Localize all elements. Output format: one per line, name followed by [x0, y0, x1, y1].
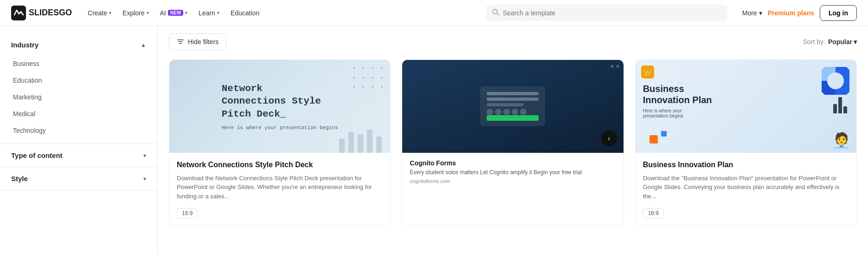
filter-section-style: Style ▾: [0, 167, 157, 190]
nav-create[interactable]: Create ▾: [83, 7, 116, 20]
card-network-title: Network Connections Style Pitch Deck: [177, 160, 383, 170]
nav-explore[interactable]: Explore ▾: [118, 7, 153, 20]
ad-thumbnail: ✕ ✕: [402, 60, 623, 153]
search-input[interactable]: [503, 9, 722, 17]
biz-thumb-sub: Here is where yourpresentation begins: [643, 108, 712, 118]
sort-bar: Sort by: Popular ▾: [803, 38, 857, 46]
nav-ai[interactable]: AI NEW ▾: [155, 7, 193, 20]
filter-item-marketing[interactable]: Marketing: [11, 90, 146, 105]
card-cognito-ad[interactable]: ✕ ✕: [402, 59, 624, 226]
svg-rect-22: [376, 137, 382, 153]
search-bar[interactable]: [486, 5, 727, 21]
svg-point-10: [353, 77, 355, 78]
svg-rect-3: [177, 39, 184, 40]
card-network-aspect: 16:9: [177, 208, 198, 218]
logo[interactable]: SLIDESGO: [11, 6, 72, 20]
filter-icon: [177, 38, 184, 46]
svg-rect-21: [367, 130, 373, 153]
svg-point-13: [381, 77, 383, 78]
cards-grid: NetworkConnections StylePitch Deck_ Here…: [169, 59, 857, 226]
biz-thumb-title: BusinessInnovation Plan: [643, 83, 712, 105]
biz-decoration-1: [649, 135, 658, 144]
premium-plans-button[interactable]: Premium plans: [768, 9, 814, 17]
filter-style-chevron: ▾: [143, 176, 146, 182]
svg-rect-4: [178, 41, 183, 42]
nav-ai-label: AI: [160, 9, 166, 17]
nav-learn[interactable]: Learn ▾: [194, 7, 224, 20]
sort-by-label: Sort by:: [803, 38, 825, 46]
svg-rect-5: [179, 43, 182, 44]
ad-url: cognitoforms.com: [410, 178, 616, 184]
card-network-thumbnail: NetworkConnections StylePitch Deck_ Here…: [169, 60, 390, 153]
ad-close-icon[interactable]: ✕ ✕: [610, 64, 620, 70]
filter-section-style-header[interactable]: Style ▾: [11, 173, 146, 184]
filter-style-title: Style: [11, 175, 28, 183]
biz-thumb-text-wrap: BusinessInnovation Plan Here is where yo…: [643, 83, 712, 118]
svg-point-15: [362, 86, 364, 88]
card-biz-title: Business Innovation Plan: [643, 160, 849, 170]
header: SLIDESGO Create ▾ Explore ▾ AI NEW ▾ Lea…: [0, 0, 868, 26]
ad-next-button[interactable]: ›: [601, 131, 617, 146]
svg-point-16: [372, 86, 373, 88]
filter-item-education[interactable]: Education: [11, 73, 146, 88]
filter-item-education-label: Education: [13, 77, 42, 84]
hide-filters-button[interactable]: Hide filters: [169, 33, 226, 50]
svg-point-8: [372, 67, 373, 69]
nav-education-label: Education: [231, 9, 259, 17]
search-icon: [492, 8, 499, 17]
filter-section-industry-header[interactable]: Industry ▲: [11, 39, 146, 51]
nav-ai-chevron: ▾: [185, 10, 187, 15]
card-network-desc: Download the Network Connections Style P…: [177, 174, 383, 201]
card-biz-body: Business Innovation Plan Download the "B…: [636, 153, 856, 208]
filter-industry-items: Business Education Marketing Medical Tec…: [11, 51, 146, 138]
card-network-connections[interactable]: NetworkConnections StylePitch Deck_ Here…: [169, 59, 391, 226]
filter-type-chevron: ▾: [143, 152, 146, 159]
header-right: More ▾ Premium plans Log in: [742, 5, 857, 21]
filter-type-title: Type of content: [11, 151, 63, 159]
network-thumb-title: NetworkConnections StylePitch Deck_: [222, 82, 338, 120]
filter-item-technology[interactable]: Technology: [11, 123, 146, 138]
network-thumb-sub: Here is where your presentation begins: [222, 125, 338, 131]
sort-value-dropdown[interactable]: Popular ▾: [828, 38, 857, 46]
svg-rect-20: [358, 134, 363, 153]
biz-bar-chart: [833, 97, 847, 113]
premium-crown-badge: 👑: [641, 65, 654, 78]
card-biz-footer: 16:9: [636, 208, 856, 226]
filter-item-technology-label: Technology: [13, 127, 46, 134]
svg-point-14: [353, 86, 355, 88]
hide-filters-label: Hide filters: [188, 38, 219, 46]
main-layout: Industry ▲ Business Education Marketing …: [0, 26, 868, 255]
login-label: Log in: [829, 9, 848, 17]
login-button[interactable]: Log in: [820, 5, 857, 21]
nav-explore-chevron: ▾: [147, 10, 149, 15]
card-business-innovation[interactable]: 👑 🧑‍�: [635, 59, 857, 226]
filter-section-type-header[interactable]: Type of content ▾: [11, 150, 146, 161]
more-button[interactable]: More ▾: [742, 9, 762, 17]
content-area: Hide filters Sort by: Popular ▾: [158, 26, 868, 255]
svg-point-11: [362, 77, 364, 78]
biz-person-illustration: 🧑‍💼: [832, 131, 851, 149]
filter-section-industry: Industry ▲ Business Education Marketing …: [0, 33, 157, 144]
svg-line-2: [497, 13, 499, 15]
sort-value-text: Popular: [828, 38, 852, 46]
nav-create-chevron: ▾: [109, 10, 111, 15]
nav-create-label: Create: [88, 9, 107, 17]
nav-education[interactable]: Education: [226, 7, 264, 20]
nav-learn-label: Learn: [199, 9, 215, 17]
filter-item-medical-label: Medical: [13, 110, 35, 118]
filter-item-business-label: Business: [13, 60, 39, 67]
nav-ai-badge: NEW: [168, 10, 183, 16]
filter-industry-chevron: ▲: [141, 42, 146, 48]
filter-item-medical[interactable]: Medical: [11, 106, 146, 121]
card-biz-desc: Download the "Business Innovation Plan" …: [643, 174, 849, 201]
card-biz-thumbnail: 👑 🧑‍�: [636, 60, 856, 153]
more-label: More: [742, 9, 757, 17]
ad-body: Cognito Forms Every student voice matter…: [402, 153, 623, 190]
filter-item-business[interactable]: Business: [11, 56, 146, 71]
filter-industry-title: Industry: [11, 41, 39, 49]
svg-rect-19: [348, 132, 354, 153]
network-dots-decoration: [349, 64, 386, 92]
filter-section-type: Type of content ▾: [0, 144, 157, 167]
premium-label: Premium plans: [768, 9, 814, 17]
ad-company-name: Cognito Forms: [410, 159, 616, 167]
